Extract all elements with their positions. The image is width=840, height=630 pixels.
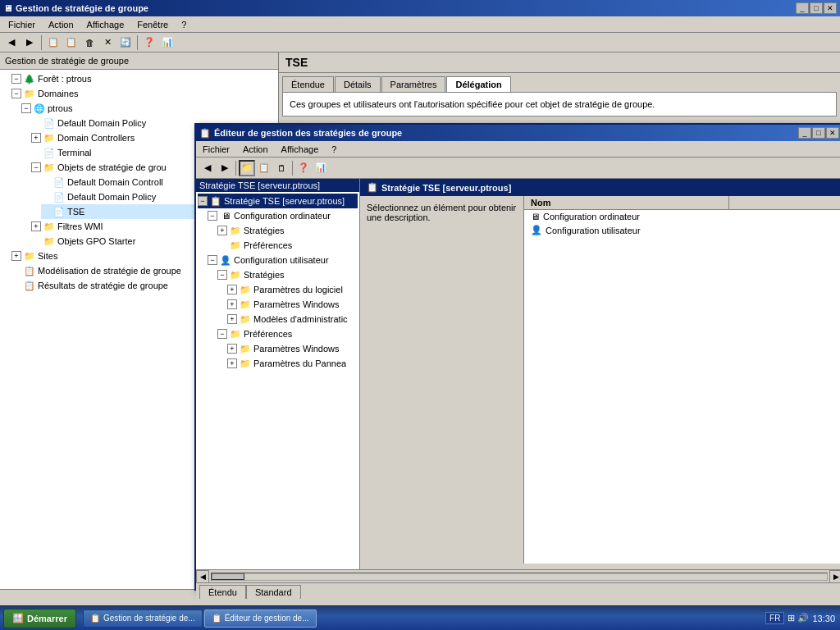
dc-expand[interactable]: + [31,133,41,143]
editeur-params-logiciel[interactable]: + 📁 Paramètres du logiciel [227,282,358,297]
editeur-menu-fichier[interactable]: Fichier [196,143,236,156]
scroll-left-btn[interactable]: ◀ [196,570,209,583]
taskbar-right: FR ⊞ 🔊 13:30 [765,612,840,624]
editeur-toolbar-btn3[interactable]: 🗒 [273,160,290,176]
back-button[interactable]: ◀ [3,34,20,51]
editeur-toolbar-btn4[interactable]: ❓ [295,160,312,176]
editeur-toolbar: ◀ ▶ 📁 📋 🗒 ❓ 📊 [196,158,840,179]
editeur-tree-header: Stratégie TSE [serveur.ptrous] [196,179,359,192]
config-ordi-list-label: Configuration ordinateur [543,212,640,221]
editeur-close[interactable]: ✕ [826,127,839,139]
params-panneau-expand[interactable]: + [227,358,237,368]
editeur-toolbar-btn2[interactable]: 📋 [256,160,272,176]
main-window-icon: 🖥 [3,3,12,13]
config-user-expand[interactable]: − [208,255,217,265]
prefs-user-label: Préférences [244,329,292,339]
editeur-minimize[interactable]: _ [798,127,811,139]
editeur-menu-affichage[interactable]: Affichage [275,143,326,156]
taskbar-item-editeur[interactable]: 📋 Éditeur de gestion de... [204,609,317,628]
toolbar-btn7[interactable]: 📊 [159,34,176,51]
objets-expand[interactable]: − [31,162,41,172]
tab-delegation[interactable]: Délégation [446,76,510,92]
objets-label: Objets de stratégie de grou [57,162,167,172]
forward-button[interactable]: ▶ [21,34,38,51]
maximize-button[interactable]: □ [810,2,823,14]
editeur-config-user[interactable]: − 👤 Configuration utilisateur [208,253,358,267]
menu-action[interactable]: Action [42,18,80,31]
strategies-ordi-label: Stratégies [244,226,285,235]
menu-help[interactable]: ? [175,18,193,31]
toolbar-btn5[interactable]: 🔄 [117,34,134,51]
scroll-right-btn[interactable]: ▶ [829,570,840,583]
editeur-tree-area: − 📋 Stratégie TSE [serveur.ptrous] − 🖥 C… [196,192,359,372]
params-windows2-expand[interactable]: + [227,344,237,354]
editeur-tree-root[interactable]: − 📋 Stratégie TSE [serveur.ptrous] [198,194,358,208]
gpo-starter-icon: 📁 [43,235,56,248]
taskbar-items: 📋 Gestion de stratégie de... 📋 Éditeur d… [83,609,765,628]
terminal-label: Terminal [57,148,92,158]
editeur-restore[interactable]: □ [812,127,825,139]
root-expand[interactable]: − [11,74,21,84]
editeur-strategies-user[interactable]: − 📁 Stratégies [217,267,358,282]
editeur-params-windows[interactable]: + 📁 Paramètres Windows [227,297,358,312]
tree-root[interactable]: − 🌲 Forêt : ptrous [2,71,276,86]
tab-details[interactable]: Détails [335,76,381,92]
minimize-button[interactable]: _ [796,2,809,14]
editeur-config-ordi[interactable]: − 🖥 Configuration ordinateur [208,208,358,223]
tab-parametres[interactable]: Paramètres [381,76,446,92]
config-ordi-expand[interactable]: − [208,211,217,221]
menu-fenetre[interactable]: Fenêtre [130,18,175,31]
menu-fichier[interactable]: Fichier [2,18,42,31]
editeur-content: Stratégie TSE [serveur.ptrous] − 📋 Strat… [196,179,840,569]
editeur-prefs-ordi[interactable]: 📁 Préférences [217,238,358,253]
strategies-ordi-expand[interactable]: + [217,226,227,235]
toolbar-btn1[interactable]: 📋 [45,34,62,51]
editeur-strategies-ordi[interactable]: + 📁 Stratégies [217,223,358,238]
bottom-tab-etendu[interactable]: Étendu [199,585,246,599]
bottom-tab-standard[interactable]: Standard [246,585,301,599]
params-windows-expand[interactable]: + [227,299,237,309]
strategies-user-expand[interactable]: − [217,270,227,280]
editeur-modeles[interactable]: + 📁 Modèles d'administratic [227,312,358,326]
modelisation-icon: 📋 [23,264,36,277]
tree-item-domaines[interactable]: − 📁 Domaines [11,86,276,101]
toolbar-btn2[interactable]: 📋 [63,34,80,51]
list-row-config-user[interactable]: 👤 Configuration utilisateur [524,223,840,237]
close-button[interactable]: ✕ [824,2,837,14]
domaines-expand[interactable]: − [11,89,21,98]
wmi-expand[interactable]: + [31,221,41,231]
taskbar-item-gestion[interactable]: 📋 Gestion de stratégie de... [83,609,203,628]
tab-etendue[interactable]: Étendue [282,76,334,92]
editeur-toolbar-btn1[interactable]: 📁 [239,160,255,176]
taskbar-time: 13:30 [812,614,835,623]
editeur-params-panneau[interactable]: + 📁 Paramètres du Pannea [227,356,358,371]
editeur-forward-btn[interactable]: ▶ [217,160,233,176]
modeles-expand[interactable]: + [227,314,237,324]
editeur-prefs-user[interactable]: − 📁 Préférences [217,326,358,341]
editeur-menu-help[interactable]: ? [325,143,343,156]
params-logiciel-expand[interactable]: + [227,285,237,294]
taskbar-gestion-label: Gestion de stratégie de... [103,614,195,623]
editeur-menu-action[interactable]: Action [236,143,275,156]
toolbar-btn3[interactable]: 🗑 [81,34,98,51]
list-row-config-ordi[interactable]: 🖥 Configuration ordinateur [524,210,840,223]
tree-item-ptrous[interactable]: − 🌐 ptrous [21,101,276,116]
prefs-user-expand[interactable]: − [217,329,227,339]
ptrous-expand[interactable]: − [21,103,31,113]
domaines-icon: 📁 [23,87,36,100]
editeur-bottom-tabs: Étendu Standard [196,582,840,600]
editeur-params-windows2[interactable]: + 📁 Paramètres Windows [227,341,358,356]
hscroll-track[interactable] [211,573,828,581]
root-expand[interactable]: − [198,196,208,206]
editeur-hscroll: ◀ ▶ [196,569,840,582]
menu-affichage[interactable]: Affichage [80,18,131,31]
hscroll-thumb[interactable] [212,573,244,580]
toolbar-btn4[interactable]: ✕ [99,34,116,51]
toolbar-btn6[interactable]: ❓ [141,34,158,51]
start-button[interactable]: 🪟 Démarrer [3,609,76,628]
editeur-toolbar-btn5[interactable]: 📊 [313,160,329,176]
sites-expand[interactable]: + [11,251,21,261]
ptrous-icon: 🌐 [33,102,46,115]
editeur-back-btn[interactable]: ◀ [199,160,216,176]
editeur-description: Sélectionnez un élément pour obtenir une… [360,196,524,564]
